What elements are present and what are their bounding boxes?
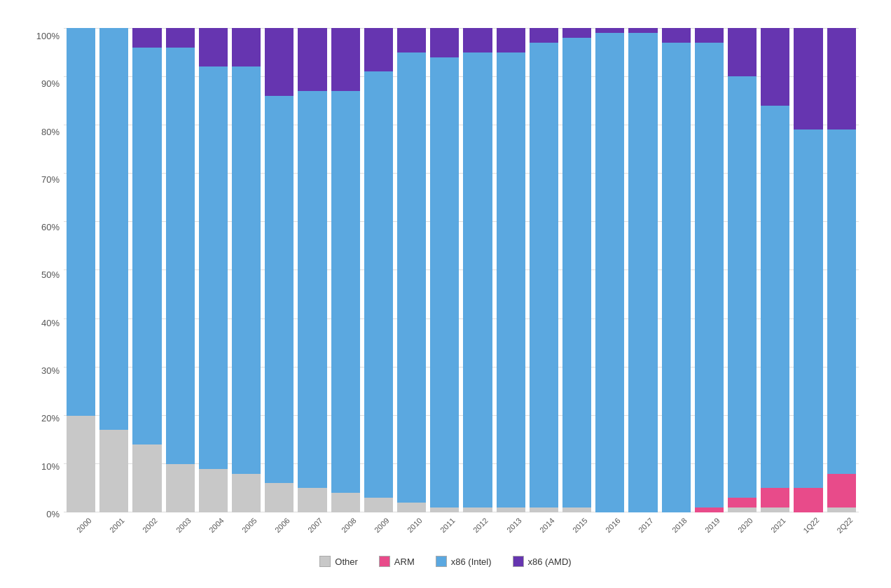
x-axis-label: 2003 — [170, 512, 197, 538]
bar-segment-x86-intel — [530, 43, 558, 507]
x-axis-label: 2Q22 — [831, 512, 858, 538]
x-axis-label: 2001 — [104, 512, 130, 538]
legend-label: ARM — [394, 556, 415, 567]
bar-segment-x86-amd — [232, 28, 261, 66]
x-axis-label: 2018 — [666, 512, 693, 538]
bar-segment-x86-amd — [728, 28, 757, 76]
bar-segment-x86-amd — [695, 28, 724, 43]
bar-segment-x86-amd — [199, 28, 228, 66]
bar-segment-x86-amd — [562, 28, 591, 38]
bar-group[interactable] — [761, 28, 789, 512]
bar-group[interactable] — [463, 28, 492, 512]
x-axis-label: 2014 — [534, 512, 560, 538]
bar-segment-x86-intel — [232, 66, 261, 473]
bar-segment-x86-intel — [827, 130, 856, 473]
y-axis-label: 100% — [36, 31, 60, 41]
x-axis-label: 2016 — [600, 512, 626, 538]
x-axis-label: 2020 — [732, 512, 759, 538]
bar-group[interactable] — [728, 28, 757, 512]
x-axis-label: 2012 — [467, 512, 494, 538]
y-axis-label: 50% — [41, 270, 60, 280]
bar-segment-x86-intel — [794, 130, 822, 488]
bar-segment-other — [99, 430, 128, 512]
bar-group[interactable] — [132, 28, 161, 512]
bar-segment-x86-amd — [397, 28, 426, 52]
bar-group[interactable] — [232, 28, 261, 512]
legend-swatch — [379, 556, 390, 567]
bar-segment-other — [265, 483, 293, 512]
bar-segment-x86-amd — [463, 28, 492, 52]
bar-group[interactable] — [67, 28, 95, 512]
y-axis: 100%90%80%70%60%50%40%30%20%10%0% — [32, 28, 64, 547]
bar-segment-other — [199, 469, 228, 512]
bars-and-grid — [64, 28, 859, 512]
bar-segment-x86-amd — [794, 28, 822, 130]
y-axis-label: 80% — [41, 127, 60, 137]
legend-label: Other — [335, 556, 358, 567]
x-axis-wrapper: 2000200120022003200420052006200720082009… — [64, 512, 859, 547]
bar-group[interactable] — [166, 28, 195, 512]
bars-row — [64, 28, 859, 512]
x-axis-label: 2002 — [137, 512, 163, 538]
bar-group[interactable] — [695, 28, 724, 512]
bar-segment-x86-intel — [662, 43, 691, 512]
bar-segment-x86-intel — [497, 52, 525, 507]
bar-group[interactable] — [794, 28, 822, 512]
bar-group[interactable] — [497, 28, 525, 512]
bar-group[interactable] — [199, 28, 228, 512]
x-axis-label: 2011 — [434, 512, 461, 538]
bar-segment-x86-intel — [397, 52, 426, 503]
bar-segment-x86-intel — [298, 91, 326, 488]
x-axis-label: 2008 — [336, 512, 362, 538]
bar-segment-x86-intel — [595, 33, 624, 512]
bar-segment-x86-intel — [265, 96, 293, 484]
bar-segment-other — [331, 493, 360, 512]
bar-segment-x86-amd — [430, 28, 459, 57]
bar-group[interactable] — [827, 28, 856, 512]
bar-segment-x86-amd — [628, 28, 657, 33]
legend-item: x86 (Intel) — [436, 556, 492, 567]
bar-segment-x86-intel — [463, 52, 492, 507]
x-axis-label: 2015 — [567, 512, 593, 538]
y-axis-label: 10% — [41, 461, 60, 472]
legend-swatch — [513, 556, 524, 567]
legend-item: x86 (AMD) — [513, 556, 572, 567]
y-axis-label: 90% — [41, 78, 60, 89]
bar-group[interactable] — [530, 28, 558, 512]
bar-segment-x86-intel — [99, 28, 128, 430]
bar-segment-x86-intel — [562, 38, 591, 507]
bar-segment-arm — [827, 474, 856, 507]
bar-segment-other — [364, 498, 393, 512]
bar-group[interactable] — [364, 28, 393, 512]
bar-segment-other — [67, 416, 95, 512]
bar-segment-x86-intel — [199, 66, 228, 468]
bar-segment-x86-intel — [364, 71, 393, 498]
bar-segment-x86-amd — [265, 28, 293, 96]
bar-segment-x86-intel — [430, 57, 459, 508]
bar-group[interactable] — [628, 28, 657, 512]
bar-group[interactable] — [397, 28, 426, 512]
bar-segment-arm — [728, 498, 757, 507]
bar-segment-x86-intel — [166, 48, 195, 464]
bar-group[interactable] — [331, 28, 360, 512]
bar-group[interactable] — [298, 28, 326, 512]
bar-segment-x86-amd — [364, 28, 393, 71]
bar-segment-other — [298, 488, 326, 512]
y-axis-label: 30% — [41, 365, 60, 376]
bar-segment-x86-amd — [827, 28, 856, 130]
bar-group[interactable] — [265, 28, 293, 512]
bar-group[interactable] — [562, 28, 591, 512]
x-axis-label: 2004 — [203, 512, 230, 538]
bar-group[interactable] — [430, 28, 459, 512]
bar-segment-x86-intel — [331, 91, 360, 493]
x-axis-label: 2017 — [633, 512, 659, 538]
bar-group[interactable] — [99, 28, 128, 512]
legend-label: x86 (Intel) — [451, 556, 492, 567]
bar-segment-arm — [794, 488, 822, 512]
bar-group[interactable] — [595, 28, 624, 512]
bar-segment-x86-amd — [166, 28, 195, 48]
bar-group[interactable] — [662, 28, 691, 512]
legend-swatch — [319, 556, 331, 567]
bar-segment-x86-intel — [761, 106, 789, 489]
x-axis-label: 2006 — [269, 512, 296, 538]
